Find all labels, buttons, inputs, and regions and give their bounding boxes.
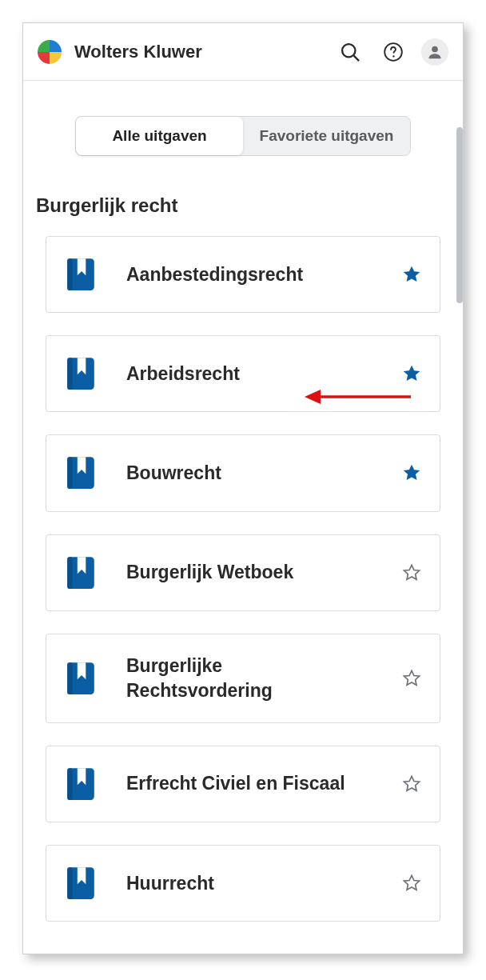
book-icon: [64, 355, 98, 392]
publication-card[interactable]: Erfrecht Civiel en Fiscaal: [46, 746, 440, 822]
publication-title: Erfrecht Civiel en Fiscaal: [126, 771, 372, 796]
content: Alle uitgaven Favoriete uitgaven Burgerl…: [23, 81, 463, 954]
favorite-star-icon[interactable]: [401, 462, 422, 483]
brand-title: Wolters Kluwer: [74, 42, 322, 62]
user-avatar[interactable]: [421, 38, 448, 66]
svg-rect-7: [67, 458, 72, 490]
svg-line-1: [354, 55, 359, 60]
svg-point-3: [392, 55, 394, 57]
publication-card[interactable]: Burgerlijk Wetboek: [46, 534, 440, 611]
app-frame: Wolters Kluwer Alle uitgaven Favor: [22, 22, 464, 954]
svg-rect-10: [67, 768, 72, 800]
publication-title: Burgerlijke Rechtsvordering: [126, 654, 372, 703]
publication-title: Aanbestedingsrecht: [126, 262, 372, 287]
svg-rect-9: [67, 662, 72, 694]
svg-rect-8: [67, 557, 72, 589]
publication-title: Burgerlijk Wetboek: [126, 560, 372, 585]
publication-card[interactable]: Aanbestedingsrecht: [46, 236, 440, 313]
scrollbar-thumb[interactable]: [456, 127, 463, 303]
search-icon[interactable]: [335, 37, 365, 67]
book-icon: [64, 766, 98, 802]
publication-title: Huurrecht: [126, 871, 372, 896]
publication-card[interactable]: Bouwrecht: [46, 434, 440, 511]
section-title: Burgerlijk recht: [36, 194, 440, 217]
publication-title: Bouwrecht: [126, 461, 372, 486]
book-icon: [64, 554, 98, 591]
publication-card[interactable]: Arbeidsrecht: [46, 335, 440, 412]
tab-fav[interactable]: Favoriete uitgaven: [243, 117, 410, 155]
publication-title: Arbeidsrecht: [126, 362, 372, 386]
favorite-star-icon[interactable]: [401, 363, 422, 384]
book-icon: [64, 865, 98, 902]
svg-point-4: [432, 46, 438, 52]
publication-card[interactable]: Burgerlijke Rechtsvordering: [46, 634, 440, 723]
svg-rect-5: [67, 258, 72, 290]
book-icon: [64, 454, 98, 491]
header: Wolters Kluwer: [23, 23, 463, 81]
favorite-star-icon[interactable]: [401, 668, 422, 689]
svg-point-0: [342, 44, 355, 57]
brand-logo-icon: [38, 40, 62, 64]
help-icon[interactable]: [378, 37, 408, 67]
tab-all[interactable]: Alle uitgaven: [76, 117, 243, 155]
svg-rect-6: [67, 358, 72, 390]
book-icon: [64, 660, 98, 697]
favorite-star-icon[interactable]: [401, 264, 422, 285]
favorite-star-icon[interactable]: [401, 873, 422, 894]
publication-card[interactable]: Huurrecht: [46, 845, 440, 922]
tab-switcher: Alle uitgaven Favoriete uitgaven: [75, 116, 411, 156]
svg-rect-11: [67, 867, 72, 899]
book-icon: [64, 256, 98, 293]
publication-list: Aanbestedingsrecht Arbeidsrecht Bouwrech…: [46, 236, 440, 922]
favorite-star-icon[interactable]: [401, 562, 422, 583]
favorite-star-icon[interactable]: [401, 774, 422, 794]
